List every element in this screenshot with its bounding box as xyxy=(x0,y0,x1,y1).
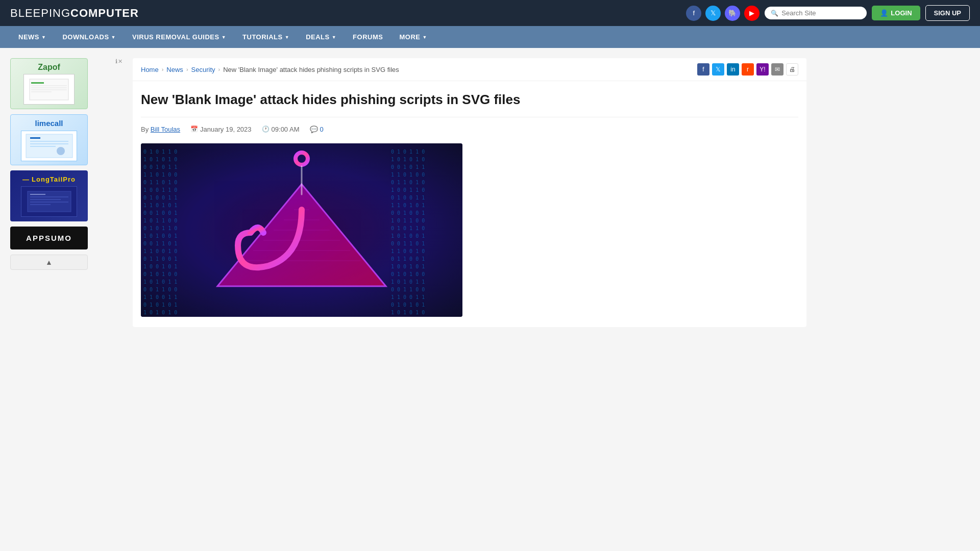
svg-text:1 0 0 1 0 1: 1 0 0 1 0 1 xyxy=(391,264,425,269)
ad-limecall[interactable]: limecall xyxy=(10,114,88,165)
ad-zapof[interactable]: Zapof xyxy=(10,58,88,109)
article-comment-count: 0 xyxy=(320,126,324,133)
svg-text:0 0 1 0 0 1: 0 0 1 0 0 1 xyxy=(391,210,425,216)
svg-text:1 0 1 0 1 0: 1 0 1 0 1 0 xyxy=(143,157,177,162)
article-date: January 19, 2023 xyxy=(200,126,251,133)
svg-rect-2 xyxy=(31,85,67,86)
chevron-up-icon: ▲ xyxy=(45,258,53,266)
nav-forums[interactable]: FORUMS xyxy=(345,26,391,48)
logo-light: BLEEPING xyxy=(10,7,70,19)
header-right: f 𝕏 🐘 ▶ 🔍 👤 LOGIN SIGN UP xyxy=(686,5,970,21)
youtube-icon[interactable]: ▶ xyxy=(744,6,760,21)
main-nav: NEWS ▼ DOWNLOADS ▼ VIRUS REMOVAL GUIDES … xyxy=(0,26,980,48)
svg-text:0 0 1 0 1 1: 0 0 1 0 1 1 xyxy=(391,164,425,170)
svg-text:0 1 0 0 1 1: 0 1 0 0 1 1 xyxy=(391,195,425,201)
ad-info-icon[interactable]: ℹ xyxy=(115,58,117,65)
article-byline: By Bill Toulas xyxy=(141,126,180,133)
article-meta: By Bill Toulas 📅 January 19, 2023 🕐 09:0… xyxy=(141,126,798,133)
svg-text:1 0 0 1 1 0: 1 0 0 1 1 0 xyxy=(143,187,177,193)
scroll-up-button[interactable]: ▲ xyxy=(10,255,88,270)
share-facebook-button[interactable]: f xyxy=(697,63,709,76)
svg-text:1 1 0 1 0 0: 1 1 0 1 0 0 xyxy=(391,172,425,178)
chevron-down-icon: ▼ xyxy=(285,35,289,40)
site-header: BLEEPINGCOMPUTER f 𝕏 🐘 ▶ 🔍 👤 LOGIN SIGN … xyxy=(0,0,980,26)
svg-text:1 0 1 0 1 1: 1 0 1 0 1 1 xyxy=(391,279,425,285)
svg-text:1 1 0 1 0 1: 1 1 0 1 0 1 xyxy=(391,203,425,208)
breadcrumb-security[interactable]: Security xyxy=(191,66,215,73)
svg-text:0 1 1 0 1 0: 0 1 1 0 1 0 xyxy=(391,180,425,185)
svg-text:0 0 1 1 0 1: 0 0 1 1 0 1 xyxy=(391,241,425,246)
share-reddit-button[interactable]: r xyxy=(742,63,754,76)
svg-rect-7 xyxy=(30,137,40,139)
breadcrumb-sep-1: › xyxy=(162,66,164,72)
breadcrumb-current: New 'Blank Image' attack hides phishing … xyxy=(223,66,399,73)
main-content: Home › News › Security › New 'Blank Imag… xyxy=(133,58,806,327)
nav-downloads[interactable]: DOWNLOADS ▼ xyxy=(54,26,124,48)
svg-rect-16 xyxy=(30,199,61,200)
article-comments[interactable]: 💬 0 xyxy=(310,126,324,133)
article-author[interactable]: Bill Toulas xyxy=(151,126,180,133)
ad-appsumo[interactable]: APPSUMO xyxy=(10,227,88,249)
search-bar: 🔍 xyxy=(765,7,867,19)
article-date-item: 📅 January 19, 2023 xyxy=(190,126,251,133)
svg-rect-14 xyxy=(30,194,45,195)
facebook-icon[interactable]: f xyxy=(686,6,701,21)
svg-text:0 1 0 1 1 0: 0 1 0 1 1 0 xyxy=(143,149,177,155)
signup-button[interactable]: SIGN UP xyxy=(925,5,970,21)
breadcrumb-sep-3: › xyxy=(218,66,220,72)
chevron-down-icon: ▼ xyxy=(422,35,427,40)
breadcrumb-bar: Home › News › Security › New 'Blank Imag… xyxy=(133,58,806,81)
svg-text:0 1 1 0 0 1: 0 1 1 0 0 1 xyxy=(391,256,425,262)
nav-virus-removal[interactable]: VIRUS REMOVAL GUIDES ▼ xyxy=(124,26,234,48)
svg-point-11 xyxy=(57,147,65,155)
nav-more[interactable]: MORE ▼ xyxy=(391,26,435,48)
svg-text:0 1 0 1 1 0: 0 1 0 1 1 0 xyxy=(391,149,425,155)
svg-rect-1 xyxy=(31,82,44,84)
svg-rect-17 xyxy=(30,202,68,203)
site-logo[interactable]: BLEEPINGCOMPUTER xyxy=(10,7,139,20)
comment-icon: 💬 xyxy=(310,126,318,133)
svg-text:0 1 1 0 0 1: 0 1 1 0 0 1 xyxy=(143,256,177,262)
svg-text:0 1 0 1 0 0: 0 1 0 1 0 0 xyxy=(143,271,177,277)
breadcrumb: Home › News › Security › New 'Blank Imag… xyxy=(141,66,399,73)
svg-rect-5 xyxy=(31,91,52,92)
svg-rect-15 xyxy=(30,196,68,197)
svg-rect-18 xyxy=(30,204,51,205)
share-print-button[interactable]: 🖨 xyxy=(786,63,798,76)
search-input[interactable] xyxy=(781,9,861,17)
ad-close-icon[interactable]: ✕ xyxy=(118,58,122,65)
breadcrumb-news[interactable]: News xyxy=(166,66,183,73)
svg-text:1 0 1 0 1 0: 1 0 1 0 1 0 xyxy=(391,157,425,162)
article-title: New 'Blank Image' attack hides phishing … xyxy=(141,91,798,117)
mastodon-icon[interactable]: 🐘 xyxy=(725,6,740,21)
chevron-down-icon: ▼ xyxy=(332,35,336,40)
svg-text:1 0 0 1 1 0: 1 0 0 1 1 0 xyxy=(391,187,425,193)
svg-rect-10 xyxy=(30,146,56,147)
share-linkedin-button[interactable]: in xyxy=(727,63,739,76)
svg-text:1 0 1 1 0 0: 1 0 1 1 0 0 xyxy=(391,218,425,223)
svg-text:0 1 0 1 0 0: 0 1 0 1 0 0 xyxy=(391,271,425,277)
svg-text:1 1 0 0 1 0: 1 1 0 0 1 0 xyxy=(143,248,177,254)
svg-rect-3 xyxy=(31,87,67,88)
svg-text:1 1 0 1 0 1: 1 1 0 1 0 1 xyxy=(143,203,177,208)
share-twitter-button[interactable]: 𝕏 xyxy=(712,63,724,76)
nav-news[interactable]: NEWS ▼ xyxy=(10,26,54,48)
logo-bold: COMPUTER xyxy=(70,7,139,19)
svg-text:0 1 0 0 1 1: 0 1 0 0 1 1 xyxy=(143,195,177,201)
ad-longtail[interactable]: — LongTailPro xyxy=(10,170,88,221)
twitter-icon[interactable]: 𝕏 xyxy=(705,6,721,21)
share-email-button[interactable]: ✉ xyxy=(771,63,783,76)
chevron-down-icon: ▼ xyxy=(111,35,116,40)
share-yahoo-button[interactable]: Y! xyxy=(756,63,769,76)
article-time: 09:00 AM xyxy=(272,126,300,133)
svg-text:1 0 1 0 0 1: 1 0 1 0 0 1 xyxy=(391,233,425,239)
nav-tutorials[interactable]: TUTORIALS ▼ xyxy=(234,26,298,48)
nav-deals[interactable]: DEALS ▼ xyxy=(298,26,345,48)
svg-text:0 0 1 1 0 0: 0 0 1 1 0 0 xyxy=(143,287,177,292)
breadcrumb-home[interactable]: Home xyxy=(141,66,159,73)
login-button[interactable]: 👤 LOGIN xyxy=(872,6,920,20)
svg-text:0 0 1 0 0 1: 0 0 1 0 0 1 xyxy=(143,210,177,216)
longtail-dash-icon: — xyxy=(22,176,30,183)
main-container: ℹ ✕ Zapof limecall xyxy=(0,48,980,337)
svg-rect-8 xyxy=(30,141,68,142)
